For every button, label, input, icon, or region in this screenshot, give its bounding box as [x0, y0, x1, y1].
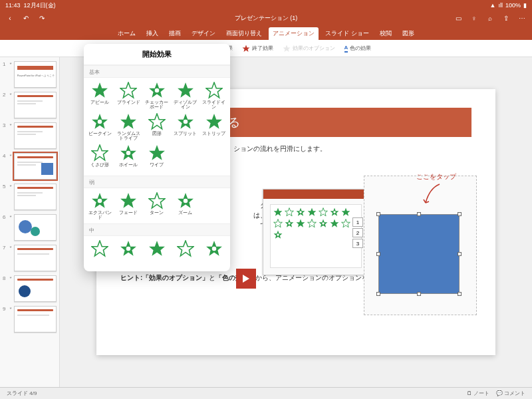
thumb-3[interactable]: 3*	[0, 121, 59, 152]
thumb-4[interactable]: 4*	[0, 152, 59, 182]
star-icon	[148, 240, 166, 257]
star-icon	[177, 192, 194, 209]
arrow-icon	[416, 183, 443, 209]
effect-option[interactable]: アピール	[86, 80, 114, 110]
thumb-1[interactable]: 1*PowerPoint for iPad へようこそ	[0, 60, 59, 90]
svg-point-35	[184, 120, 188, 124]
ribbon-tab-8[interactable]: 図形	[398, 27, 418, 40]
effect-option[interactable]: スプリット	[172, 112, 199, 142]
effect-label: スプリット	[174, 131, 197, 140]
effect-label: ランダムストライプ	[115, 131, 142, 140]
selected-shape[interactable]	[379, 215, 459, 293]
more-icon[interactable]: ⋯	[517, 13, 527, 23]
star-icon	[177, 113, 194, 130]
share-icon[interactable]: ⇪	[501, 13, 511, 23]
ribbon-tab-5[interactable]: アニメーション	[269, 27, 319, 40]
svg-marker-12	[342, 208, 350, 216]
mini-star-icon	[273, 219, 283, 228]
ribbon-tab-0[interactable]: ホーム	[114, 27, 140, 40]
svg-point-53	[211, 247, 216, 251]
animation-tag[interactable]: 2	[352, 228, 363, 237]
effect-option[interactable]: チェッカーボード	[144, 80, 171, 110]
star-icon	[91, 144, 108, 162]
effect-option[interactable]: ホイール	[115, 143, 142, 173]
redo-icon[interactable]: ↷	[37, 13, 47, 23]
svg-marker-37	[92, 145, 108, 160]
star-icon	[205, 240, 223, 257]
play-button[interactable]	[236, 269, 256, 289]
effect-option[interactable]: スライドイン	[200, 80, 227, 110]
effect-option[interactable]: ズーム	[172, 191, 199, 221]
svg-point-46	[184, 199, 188, 203]
thumb-6[interactable]: 6*	[0, 213, 59, 243]
ribbon-tab-2[interactable]: 描画	[165, 27, 185, 40]
wifi-icon: ▲	[490, 2, 496, 9]
ribbon-tab-7[interactable]: 校閲	[376, 27, 396, 40]
entrance-effects-popover[interactable]: 開始効果 基本アピールブラインドチェッカーボードディゾルブインスライドインピーク…	[84, 44, 230, 271]
effect-option[interactable]: ターン	[144, 191, 171, 221]
effect-option[interactable]: ランダムストライプ	[115, 112, 142, 142]
battery-icon: ▮	[523, 2, 527, 9]
effect-option[interactable]: 図形	[144, 112, 171, 142]
effect-type-2[interactable]: 終了効果	[242, 45, 273, 53]
thumb-9[interactable]: 9*	[0, 305, 59, 335]
undo-icon[interactable]: ↶	[21, 13, 31, 23]
effect-option[interactable]: ブラインド	[115, 80, 142, 110]
animation-tag[interactable]: 1	[352, 217, 363, 227]
effect-option[interactable]: エクスパンド	[86, 191, 114, 221]
effect-option[interactable]	[86, 239, 114, 269]
svg-marker-33	[149, 114, 165, 129]
thumb-8[interactable]: 8*	[0, 274, 59, 305]
effect-option[interactable]	[144, 239, 171, 269]
animation-tag[interactable]: 3	[352, 239, 363, 248]
mini-star-icon	[341, 219, 350, 228]
effect-label: アピール	[90, 100, 109, 109]
star-icon	[148, 113, 166, 130]
effect-option[interactable]: ストリップ	[200, 112, 227, 142]
svg-marker-21	[342, 219, 350, 227]
mini-star-icon	[273, 230, 283, 239]
effect-label: エクスパンド	[86, 210, 114, 219]
effect-option[interactable]: ピークイン	[86, 112, 114, 142]
svg-marker-47	[92, 241, 108, 256]
svg-marker-29	[206, 82, 222, 98]
effect-option[interactable]	[172, 239, 199, 269]
svg-marker-16	[297, 219, 305, 227]
ribbon-tab-4[interactable]: 画面切り替え	[222, 27, 266, 40]
effect-option[interactable]: ワイプ	[144, 143, 171, 173]
effect-option[interactable]: フェード	[115, 191, 142, 221]
svg-marker-28	[178, 82, 194, 98]
animation-order-tags: 123	[352, 217, 363, 248]
effect-option[interactable]	[115, 239, 142, 269]
thumb-2[interactable]: 2*	[0, 90, 59, 121]
mini-star-icon	[330, 207, 339, 217]
svg-point-27	[155, 88, 160, 93]
effect-label: ホイール	[119, 162, 138, 172]
svg-point-23	[277, 233, 279, 236]
notes-button[interactable]: 🗒 ノート	[467, 390, 489, 397]
effect-label: チェッカーボード	[144, 100, 171, 109]
lightbulb-icon[interactable]: ♀	[469, 13, 479, 23]
effect-option[interactable]: ディゾルブイン	[172, 80, 199, 110]
ribbon-tab-6[interactable]: スライド ショー	[321, 27, 373, 40]
back-icon[interactable]: ‹	[5, 13, 15, 23]
effect-type-4[interactable]: A色の効果	[344, 45, 372, 53]
svg-marker-9	[319, 208, 328, 216]
svg-marker-3	[283, 45, 290, 52]
search-icon[interactable]: ⌕	[485, 13, 495, 23]
svg-marker-13	[274, 219, 283, 227]
effect-option[interactable]: くさび形	[86, 143, 114, 173]
thumb-5[interactable]: 5*	[0, 182, 59, 213]
present-icon[interactable]: ▭	[454, 13, 463, 23]
ribbon-tab-3[interactable]: デザイン	[188, 27, 219, 40]
clock: 11:43	[5, 2, 21, 9]
effect-option[interactable]	[200, 239, 227, 269]
comments-button[interactable]: 💬 コメント	[496, 390, 525, 397]
svg-marker-50	[149, 241, 165, 256]
thumb-7[interactable]: 7*	[0, 243, 59, 274]
svg-marker-17	[308, 219, 317, 227]
slide-thumbnails[interactable]: 1*PowerPoint for iPad へようこそ2*3*4*5*6*7*8…	[0, 57, 60, 387]
mini-star-icon	[285, 219, 294, 228]
ribbon-tab-1[interactable]: 挿入	[142, 27, 162, 40]
slide-counter: スライド 4/9	[7, 390, 37, 397]
